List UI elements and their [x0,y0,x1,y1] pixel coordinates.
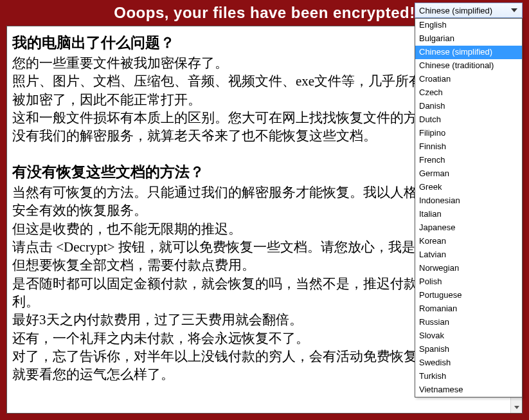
language-option[interactable]: Bulgarian [415,32,522,46]
language-option[interactable]: Finnish [415,140,522,154]
language-combo-label: Chinese (simplified) [419,6,509,15]
language-option[interactable]: Vietnamese [415,383,522,397]
scroll-down-button[interactable] [511,401,522,413]
language-option[interactable]: Korean [415,235,522,248]
language-combo-box[interactable]: Chinese (simplified) [415,3,523,18]
language-option[interactable]: Japanese [415,221,522,235]
language-option[interactable]: Polish [415,275,522,289]
language-option[interactable]: Indonesian [415,194,522,208]
language-option[interactable]: Spanish [415,343,522,356]
language-option[interactable]: Swedish [415,356,522,370]
language-option[interactable]: Dutch [415,113,522,127]
language-option[interactable]: Czech [415,86,522,100]
svg-marker-0 [511,8,517,12]
language-option[interactable]: Croatian [415,73,522,86]
language-option[interactable]: English [415,19,522,32]
page-title: Ooops, your files have been encrypted! [114,4,415,22]
language-option[interactable]: Norwegian [415,262,522,275]
language-option[interactable]: French [415,154,522,167]
language-dropdown[interactable]: EnglishBulgarianChinese (simplified)Chin… [415,18,523,397]
language-option[interactable]: German [415,167,522,181]
language-option[interactable]: Danish [415,100,522,113]
language-option[interactable]: Chinese (traditional) [415,59,522,73]
language-option[interactable]: Slovak [415,329,522,343]
language-option[interactable]: Greek [415,181,522,194]
language-option[interactable]: Filipino [415,127,522,140]
language-option[interactable]: Turkish [415,370,522,383]
language-option[interactable]: Russian [415,316,522,329]
language-option[interactable]: Romanian [415,302,522,316]
chevron-down-icon [514,406,519,409]
language-option[interactable]: Latvian [415,248,522,262]
language-option[interactable]: Chinese (simplified) [415,46,522,59]
language-option[interactable]: Italian [415,208,522,221]
language-combo[interactable]: Chinese (simplified) [415,3,523,18]
language-option[interactable]: Portuguese [415,289,522,302]
chevron-down-icon [509,5,519,15]
